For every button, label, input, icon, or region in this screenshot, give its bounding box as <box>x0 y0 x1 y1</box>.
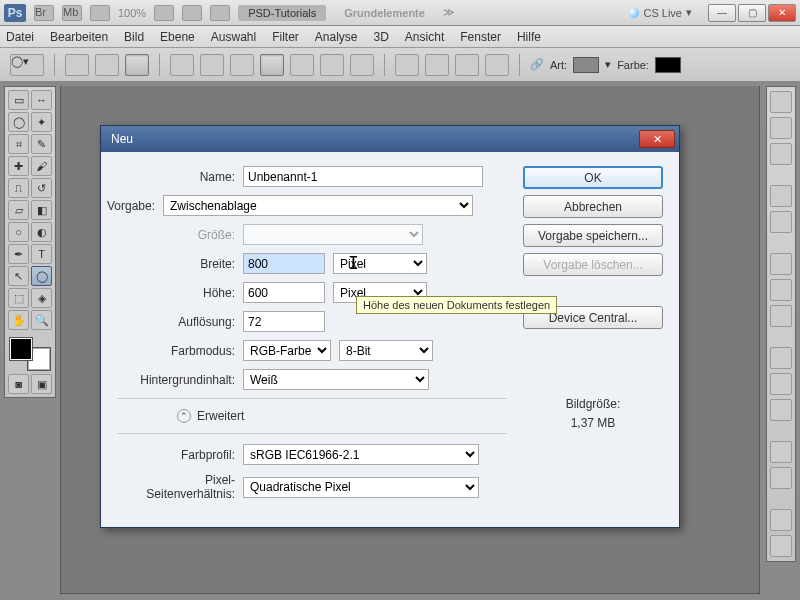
toolbar-icon[interactable] <box>182 5 202 21</box>
quickmask-icon[interactable]: ◙ <box>8 374 29 394</box>
panel-icon[interactable] <box>770 91 792 113</box>
toolbar-icon[interactable]: Mb <box>62 5 82 21</box>
dialog-titlebar[interactable]: Neu ✕ <box>101 126 679 152</box>
menu-item[interactable]: Analyse <box>315 30 358 44</box>
workspace-tab[interactable]: Grundelemente <box>334 5 435 21</box>
pen-tool-icon[interactable]: ✒ <box>8 244 29 264</box>
eraser-tool-icon[interactable]: ▱ <box>8 200 29 220</box>
panel-icon[interactable] <box>770 509 792 531</box>
shape-tool-icon[interactable] <box>350 54 374 76</box>
path-select-icon[interactable]: ↖ <box>8 266 29 286</box>
panel-icon[interactable] <box>770 373 792 395</box>
height-input[interactable] <box>243 282 325 303</box>
toolbar-icon[interactable] <box>154 5 174 21</box>
ok-button[interactable]: OK <box>523 166 663 189</box>
panel-icon[interactable] <box>770 143 792 165</box>
screenmode-icon[interactable]: ▣ <box>31 374 52 394</box>
move-tool-icon[interactable]: ↔ <box>31 90 52 110</box>
shape-tool-icon[interactable] <box>260 54 284 76</box>
move-tool-icon[interactable]: ▭ <box>8 90 29 110</box>
color-swatch[interactable] <box>655 57 681 73</box>
dialog-close-button[interactable]: ✕ <box>639 130 675 148</box>
panel-icon[interactable] <box>770 211 792 233</box>
fill-pixels-icon[interactable] <box>125 54 149 76</box>
advanced-toggle-icon[interactable]: ⌃ <box>177 409 191 423</box>
menu-item[interactable]: Filter <box>272 30 299 44</box>
eyedropper-tool-icon[interactable]: ✎ <box>31 134 52 154</box>
toolbar-icon[interactable] <box>90 5 110 21</box>
cs-live-button[interactable]: CS Live ▾ <box>629 6 692 19</box>
chevron-right-icon[interactable]: ≫ <box>443 6 455 19</box>
resolution-input[interactable] <box>243 311 325 332</box>
tool-preset-icon[interactable]: ◯▾ <box>10 54 44 76</box>
shape-layers-icon[interactable] <box>65 54 89 76</box>
cancel-button[interactable]: Abbrechen <box>523 195 663 218</box>
hand-tool-icon[interactable]: ✋ <box>8 310 29 330</box>
save-preset-button[interactable]: Vorgabe speichern... <box>523 224 663 247</box>
3d-tool-icon[interactable]: ⬚ <box>8 288 29 308</box>
workspace-tab-active[interactable]: PSD-Tutorials <box>238 5 326 21</box>
menu-item[interactable]: Hilfe <box>517 30 541 44</box>
colormode-select[interactable]: RGB-Farbe <box>243 340 331 361</box>
panel-icon[interactable] <box>770 185 792 207</box>
window-close-button[interactable]: ✕ <box>768 4 796 22</box>
shape-tool-icon[interactable] <box>200 54 224 76</box>
wand-tool-icon[interactable]: ✦ <box>31 112 52 132</box>
style-swatch[interactable] <box>573 57 599 73</box>
fg-bg-swatch[interactable] <box>8 336 52 372</box>
link-icon[interactable]: 🔗 <box>530 58 544 71</box>
window-maximize-button[interactable]: ▢ <box>738 4 766 22</box>
fg-color-icon[interactable] <box>10 338 32 360</box>
panel-icon[interactable] <box>770 467 792 489</box>
menu-item[interactable]: Bearbeiten <box>50 30 108 44</box>
heal-tool-icon[interactable]: ✚ <box>8 156 29 176</box>
menu-item[interactable]: Ansicht <box>405 30 444 44</box>
shape-tool-icon[interactable] <box>170 54 194 76</box>
panel-icon[interactable] <box>770 535 792 557</box>
menu-item[interactable]: Bild <box>124 30 144 44</box>
shape-tool-icon[interactable] <box>230 54 254 76</box>
shape-tool-icon[interactable]: ◯ <box>31 266 52 286</box>
stamp-tool-icon[interactable]: ⎍ <box>8 178 29 198</box>
shape-tool-icon[interactable] <box>320 54 344 76</box>
menu-item[interactable]: Fenster <box>460 30 501 44</box>
panel-icon[interactable] <box>770 253 792 275</box>
gradient-tool-icon[interactable]: ◧ <box>31 200 52 220</box>
bitdepth-select[interactable]: 8-Bit <box>339 340 433 361</box>
width-unit-select[interactable]: Pixel <box>333 253 427 274</box>
path-op-icon[interactable] <box>485 54 509 76</box>
3d-tool-icon[interactable]: ◈ <box>31 288 52 308</box>
blur-tool-icon[interactable]: ○ <box>8 222 29 242</box>
paths-icon[interactable] <box>95 54 119 76</box>
width-input[interactable] <box>243 253 325 274</box>
menu-item[interactable]: Datei <box>6 30 34 44</box>
zoom-level[interactable]: 100% <box>118 7 146 19</box>
crop-tool-icon[interactable]: ⌗ <box>8 134 29 154</box>
dodge-tool-icon[interactable]: ◐ <box>31 222 52 242</box>
menu-item[interactable]: Ebene <box>160 30 195 44</box>
menu-item[interactable]: Auswahl <box>211 30 256 44</box>
path-op-icon[interactable] <box>455 54 479 76</box>
panel-icon[interactable] <box>770 399 792 421</box>
preset-select[interactable]: Zwischenablage <box>163 195 473 216</box>
panel-icon[interactable] <box>770 305 792 327</box>
path-op-icon[interactable] <box>395 54 419 76</box>
menu-item[interactable]: 3D <box>374 30 389 44</box>
brush-tool-icon[interactable]: 🖌 <box>31 156 52 176</box>
type-tool-icon[interactable]: T <box>31 244 52 264</box>
shape-tool-icon[interactable] <box>290 54 314 76</box>
name-input[interactable] <box>243 166 483 187</box>
toolbar-icon[interactable]: Br <box>34 5 54 21</box>
panel-icon[interactable] <box>770 117 792 139</box>
pixelaspect-select[interactable]: Quadratische Pixel <box>243 477 479 498</box>
panel-icon[interactable] <box>770 279 792 301</box>
background-select[interactable]: Weiß <box>243 369 429 390</box>
lasso-tool-icon[interactable]: ◯ <box>8 112 29 132</box>
zoom-tool-icon[interactable]: 🔍 <box>31 310 52 330</box>
colorprofile-select[interactable]: sRGB IEC61966-2.1 <box>243 444 479 465</box>
toolbar-icon[interactable] <box>210 5 230 21</box>
panel-icon[interactable] <box>770 347 792 369</box>
advanced-label[interactable]: Erweitert <box>197 409 244 423</box>
path-op-icon[interactable] <box>425 54 449 76</box>
panel-icon[interactable] <box>770 441 792 463</box>
